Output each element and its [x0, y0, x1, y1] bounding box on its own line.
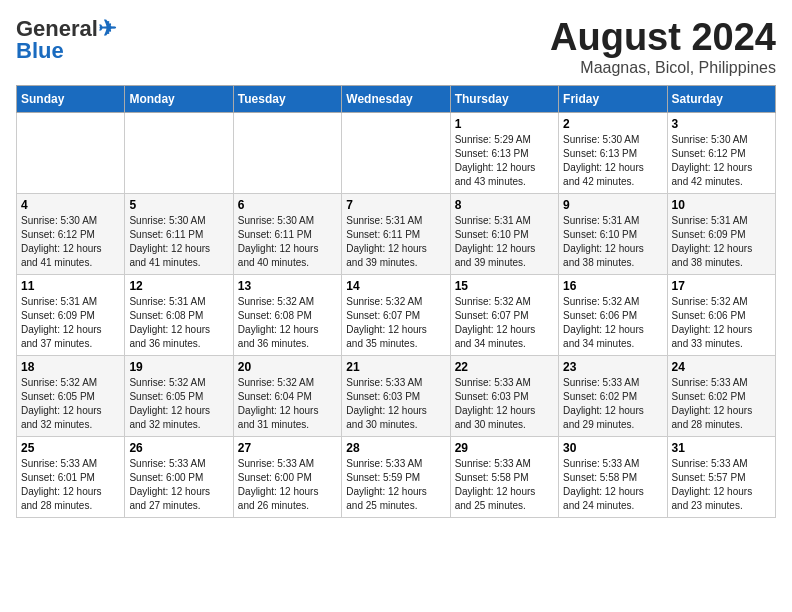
day-info: Sunrise: 5:32 AM Sunset: 6:04 PM Dayligh…	[238, 376, 337, 432]
day-info: Sunrise: 5:33 AM Sunset: 6:00 PM Dayligh…	[129, 457, 228, 513]
page-header: General✈ Blue August 2024 Maagnas, Bicol…	[16, 16, 776, 77]
day-number: 31	[672, 441, 771, 455]
cell-0-3	[342, 113, 450, 194]
cell-2-4: 15Sunrise: 5:32 AM Sunset: 6:07 PM Dayli…	[450, 275, 558, 356]
cell-0-2	[233, 113, 341, 194]
day-info: Sunrise: 5:31 AM Sunset: 6:09 PM Dayligh…	[21, 295, 120, 351]
day-info: Sunrise: 5:33 AM Sunset: 6:02 PM Dayligh…	[563, 376, 662, 432]
cell-2-1: 12Sunrise: 5:31 AM Sunset: 6:08 PM Dayli…	[125, 275, 233, 356]
logo: General✈ Blue	[16, 16, 116, 64]
day-info: Sunrise: 5:32 AM Sunset: 6:06 PM Dayligh…	[672, 295, 771, 351]
week-row-0: 1Sunrise: 5:29 AM Sunset: 6:13 PM Daylig…	[17, 113, 776, 194]
cell-4-1: 26Sunrise: 5:33 AM Sunset: 6:00 PM Dayli…	[125, 437, 233, 518]
week-row-4: 25Sunrise: 5:33 AM Sunset: 6:01 PM Dayli…	[17, 437, 776, 518]
day-number: 18	[21, 360, 120, 374]
cell-4-0: 25Sunrise: 5:33 AM Sunset: 6:01 PM Dayli…	[17, 437, 125, 518]
day-info: Sunrise: 5:31 AM Sunset: 6:10 PM Dayligh…	[455, 214, 554, 270]
day-info: Sunrise: 5:32 AM Sunset: 6:05 PM Dayligh…	[21, 376, 120, 432]
cell-1-4: 8Sunrise: 5:31 AM Sunset: 6:10 PM Daylig…	[450, 194, 558, 275]
cell-1-3: 7Sunrise: 5:31 AM Sunset: 6:11 PM Daylig…	[342, 194, 450, 275]
day-number: 9	[563, 198, 662, 212]
cell-0-1	[125, 113, 233, 194]
header-thursday: Thursday	[450, 86, 558, 113]
cell-4-2: 27Sunrise: 5:33 AM Sunset: 6:00 PM Dayli…	[233, 437, 341, 518]
day-number: 30	[563, 441, 662, 455]
header-monday: Monday	[125, 86, 233, 113]
calendar-table: SundayMondayTuesdayWednesdayThursdayFrid…	[16, 85, 776, 518]
day-info: Sunrise: 5:30 AM Sunset: 6:11 PM Dayligh…	[238, 214, 337, 270]
subtitle: Maagnas, Bicol, Philippines	[550, 59, 776, 77]
day-info: Sunrise: 5:33 AM Sunset: 5:58 PM Dayligh…	[455, 457, 554, 513]
day-number: 28	[346, 441, 445, 455]
day-number: 3	[672, 117, 771, 131]
week-row-3: 18Sunrise: 5:32 AM Sunset: 6:05 PM Dayli…	[17, 356, 776, 437]
day-info: Sunrise: 5:33 AM Sunset: 6:03 PM Dayligh…	[346, 376, 445, 432]
day-number: 25	[21, 441, 120, 455]
day-info: Sunrise: 5:33 AM Sunset: 5:58 PM Dayligh…	[563, 457, 662, 513]
day-number: 5	[129, 198, 228, 212]
day-number: 19	[129, 360, 228, 374]
day-number: 12	[129, 279, 228, 293]
main-title: August 2024	[550, 16, 776, 59]
cell-1-0: 4Sunrise: 5:30 AM Sunset: 6:12 PM Daylig…	[17, 194, 125, 275]
cell-2-6: 17Sunrise: 5:32 AM Sunset: 6:06 PM Dayli…	[667, 275, 775, 356]
day-info: Sunrise: 5:33 AM Sunset: 6:02 PM Dayligh…	[672, 376, 771, 432]
cell-2-0: 11Sunrise: 5:31 AM Sunset: 6:09 PM Dayli…	[17, 275, 125, 356]
day-info: Sunrise: 5:30 AM Sunset: 6:13 PM Dayligh…	[563, 133, 662, 189]
day-info: Sunrise: 5:33 AM Sunset: 5:57 PM Dayligh…	[672, 457, 771, 513]
cell-2-5: 16Sunrise: 5:32 AM Sunset: 6:06 PM Dayli…	[559, 275, 667, 356]
cell-4-4: 29Sunrise: 5:33 AM Sunset: 5:58 PM Dayli…	[450, 437, 558, 518]
calendar-body: 1Sunrise: 5:29 AM Sunset: 6:13 PM Daylig…	[17, 113, 776, 518]
day-info: Sunrise: 5:33 AM Sunset: 6:03 PM Dayligh…	[455, 376, 554, 432]
cell-3-0: 18Sunrise: 5:32 AM Sunset: 6:05 PM Dayli…	[17, 356, 125, 437]
day-info: Sunrise: 5:32 AM Sunset: 6:08 PM Dayligh…	[238, 295, 337, 351]
header-sunday: Sunday	[17, 86, 125, 113]
title-block: August 2024 Maagnas, Bicol, Philippines	[550, 16, 776, 77]
cell-0-0	[17, 113, 125, 194]
day-number: 24	[672, 360, 771, 374]
cell-3-2: 20Sunrise: 5:32 AM Sunset: 6:04 PM Dayli…	[233, 356, 341, 437]
cell-0-6: 3Sunrise: 5:30 AM Sunset: 6:12 PM Daylig…	[667, 113, 775, 194]
cell-3-6: 24Sunrise: 5:33 AM Sunset: 6:02 PM Dayli…	[667, 356, 775, 437]
cell-4-3: 28Sunrise: 5:33 AM Sunset: 5:59 PM Dayli…	[342, 437, 450, 518]
day-number: 26	[129, 441, 228, 455]
day-number: 15	[455, 279, 554, 293]
day-number: 23	[563, 360, 662, 374]
cell-0-4: 1Sunrise: 5:29 AM Sunset: 6:13 PM Daylig…	[450, 113, 558, 194]
header-wednesday: Wednesday	[342, 86, 450, 113]
day-info: Sunrise: 5:30 AM Sunset: 6:12 PM Dayligh…	[672, 133, 771, 189]
day-number: 20	[238, 360, 337, 374]
week-row-1: 4Sunrise: 5:30 AM Sunset: 6:12 PM Daylig…	[17, 194, 776, 275]
day-number: 29	[455, 441, 554, 455]
cell-1-6: 10Sunrise: 5:31 AM Sunset: 6:09 PM Dayli…	[667, 194, 775, 275]
cell-0-5: 2Sunrise: 5:30 AM Sunset: 6:13 PM Daylig…	[559, 113, 667, 194]
calendar-header-row: SundayMondayTuesdayWednesdayThursdayFrid…	[17, 86, 776, 113]
cell-4-5: 30Sunrise: 5:33 AM Sunset: 5:58 PM Dayli…	[559, 437, 667, 518]
day-number: 13	[238, 279, 337, 293]
day-number: 10	[672, 198, 771, 212]
day-info: Sunrise: 5:31 AM Sunset: 6:10 PM Dayligh…	[563, 214, 662, 270]
week-row-2: 11Sunrise: 5:31 AM Sunset: 6:09 PM Dayli…	[17, 275, 776, 356]
day-info: Sunrise: 5:32 AM Sunset: 6:05 PM Dayligh…	[129, 376, 228, 432]
day-number: 11	[21, 279, 120, 293]
day-info: Sunrise: 5:29 AM Sunset: 6:13 PM Dayligh…	[455, 133, 554, 189]
cell-1-5: 9Sunrise: 5:31 AM Sunset: 6:10 PM Daylig…	[559, 194, 667, 275]
cell-4-6: 31Sunrise: 5:33 AM Sunset: 5:57 PM Dayli…	[667, 437, 775, 518]
day-number: 8	[455, 198, 554, 212]
cell-1-2: 6Sunrise: 5:30 AM Sunset: 6:11 PM Daylig…	[233, 194, 341, 275]
day-info: Sunrise: 5:32 AM Sunset: 6:06 PM Dayligh…	[563, 295, 662, 351]
day-info: Sunrise: 5:32 AM Sunset: 6:07 PM Dayligh…	[346, 295, 445, 351]
day-info: Sunrise: 5:31 AM Sunset: 6:11 PM Dayligh…	[346, 214, 445, 270]
header-saturday: Saturday	[667, 86, 775, 113]
cell-3-4: 22Sunrise: 5:33 AM Sunset: 6:03 PM Dayli…	[450, 356, 558, 437]
header-tuesday: Tuesday	[233, 86, 341, 113]
day-number: 1	[455, 117, 554, 131]
day-info: Sunrise: 5:31 AM Sunset: 6:08 PM Dayligh…	[129, 295, 228, 351]
cell-3-3: 21Sunrise: 5:33 AM Sunset: 6:03 PM Dayli…	[342, 356, 450, 437]
day-info: Sunrise: 5:30 AM Sunset: 6:11 PM Dayligh…	[129, 214, 228, 270]
day-info: Sunrise: 5:33 AM Sunset: 6:01 PM Dayligh…	[21, 457, 120, 513]
cell-2-3: 14Sunrise: 5:32 AM Sunset: 6:07 PM Dayli…	[342, 275, 450, 356]
day-number: 16	[563, 279, 662, 293]
cell-2-2: 13Sunrise: 5:32 AM Sunset: 6:08 PM Dayli…	[233, 275, 341, 356]
day-number: 4	[21, 198, 120, 212]
